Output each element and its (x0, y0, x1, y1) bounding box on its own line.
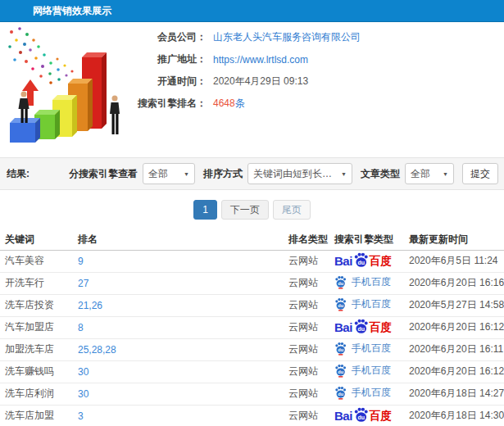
baidu-mobile-logo: du手机百度 (334, 363, 391, 378)
info-row-url: 推广地址： https://www.lrtlsd.com (133, 48, 504, 70)
rank-type-cell: 云网站 (283, 405, 328, 426)
table-header-row: 关键词 排名 排名类型 搜索引擎类型 最新更新时间 (0, 229, 504, 250)
baidu-paw-icon: du (353, 406, 369, 424)
col-header-rank-type: 排名类型 (283, 229, 328, 250)
ranking-count-number: 4648 (213, 97, 235, 109)
col-header-engine-type: 搜索引擎类型 (328, 229, 406, 250)
svg-text:du: du (338, 303, 343, 308)
baidu-paw-icon: du (334, 297, 347, 311)
col-header-updated: 最新更新时间 (406, 229, 504, 250)
rank-cell: 8 (74, 316, 283, 338)
rank-link[interactable]: 30 (78, 388, 89, 400)
rank-type-cell: 云网站 (283, 294, 328, 316)
engine-cell: du手机百度 (328, 272, 406, 294)
table-row: 洗车店投资21,26云网站du手机百度2020年5月27日 14:58 (0, 294, 504, 316)
rank-link[interactable]: 27 (78, 278, 89, 289)
table-row: 洗车店利润30云网站du手机百度2020年6月18日 14:27 (0, 383, 504, 405)
baidu-mobile-label: 手机百度 (352, 343, 391, 353)
rank-link[interactable]: 8 (78, 322, 84, 333)
rank-link[interactable]: 21,26 (78, 300, 102, 311)
table-row: 开洗车行27云网站du手机百度2020年6月20日 16:16 (0, 272, 504, 294)
table-row: 洗车店加盟3云网站Baidu百度2020年6月18日 14:30 (0, 405, 504, 426)
updated-cell: 2020年6月5日 11:24 (406, 250, 504, 272)
growth-chart-graphic (0, 22, 133, 155)
updated-cell: 2020年6月20日 16:16 (406, 272, 504, 294)
keyword-cell: 洗车赚钱吗 (0, 360, 74, 383)
open-time-value: 2020年4月29日 09:13 (213, 75, 308, 88)
rank-link[interactable]: 30 (78, 366, 89, 378)
pagination: 1 下一页 尾页 (0, 190, 504, 229)
confetti-dots (8, 27, 73, 84)
rank-cell: 27 (74, 272, 283, 294)
ranking-count-label: 搜索引擎排名： (133, 97, 207, 111)
chevron-down-icon: ▼ (443, 171, 448, 177)
rank-type-cell: 云网站 (283, 360, 328, 383)
updated-cell: 2020年5月27日 14:58 (406, 294, 504, 316)
results-table: 关键词 排名 排名类型 搜索引擎类型 最新更新时间 汽车美容9云网站Baidu百… (0, 229, 504, 426)
article-type-select[interactable]: 全部 ▼ (405, 163, 454, 184)
baidu-mobile-logo: du手机百度 (334, 341, 391, 356)
col-header-rank: 排名 (74, 229, 283, 250)
rank-type-cell: 云网站 (283, 338, 328, 360)
baidu-mobile-logo: du手机百度 (334, 385, 391, 400)
updated-cell: 2020年6月20日 16:11 (406, 338, 504, 360)
baidu-mobile-label: 手机百度 (352, 387, 391, 397)
baidu-paw-icon: du (334, 341, 347, 356)
rank-type-cell: 云网站 (283, 272, 328, 294)
baidu-logo-bai-text: Bai (334, 410, 352, 422)
info-row-company: 会员公司： 山东老人头汽车服务咨询有限公司 (133, 26, 504, 48)
filter-bar: 结果: 分搜索引擎查看 全部 ▼ 排序方式 关键词由短到长排序 ▼ 文章类型 全… (0, 157, 504, 190)
svg-text:du: du (338, 281, 343, 286)
promo-url-link[interactable]: https://www.lrtlsd.com (213, 54, 308, 66)
submit-button[interactable]: 提交 (462, 163, 498, 184)
page-title: 网络营销效果展示 (33, 5, 111, 16)
svg-text:du: du (338, 369, 343, 374)
promo-url-label: 推广地址： (133, 52, 207, 66)
engine-cell: Baidu百度 (328, 250, 406, 272)
baidu-mobile-logo: du手机百度 (334, 297, 391, 311)
baidu-paw-icon: du (334, 274, 347, 289)
updated-cell: 2020年6月18日 14:27 (406, 383, 504, 405)
baidu-pc-logo: Baidu百度 (334, 318, 392, 338)
rank-type-cell: 云网站 (283, 316, 328, 338)
next-page-button[interactable]: 下一页 (221, 200, 269, 220)
baidu-logo-cn-text: 百度 (370, 256, 392, 267)
chevron-down-icon: ▼ (341, 171, 347, 177)
engine-view-label: 分搜索引擎查看 (69, 167, 138, 181)
updated-cell: 2020年6月18日 14:30 (406, 405, 504, 426)
rank-type-cell: 云网站 (283, 383, 328, 405)
rank-cell: 21,26 (74, 294, 283, 316)
table-row: 加盟洗车店25,28,28云网站du手机百度2020年6月20日 16:11 (0, 338, 504, 360)
keyword-cell: 汽车美容 (0, 250, 74, 272)
sort-select[interactable]: 关键词由短到长排序 ▼ (247, 163, 352, 184)
table-row: 洗车赚钱吗30云网站du手机百度2020年6月20日 16:12 (0, 360, 504, 383)
results-table-body: 汽车美容9云网站Baidu百度2020年6月5日 11:24开洗车行27云网站d… (0, 250, 504, 426)
info-row-ranking-count: 搜索引擎排名： 4648条 (133, 93, 504, 115)
engine-cell: du手机百度 (328, 360, 406, 383)
last-page-button[interactable]: 尾页 (273, 200, 311, 220)
keyword-cell: 加盟洗车店 (0, 338, 74, 360)
rank-cell: 25,28,28 (74, 338, 283, 360)
baidu-paw-icon: du (353, 252, 369, 269)
baidu-paw-icon: du (334, 385, 347, 400)
open-time-label: 开通时间： (133, 75, 207, 88)
table-row: 汽车加盟店8云网站Baidu百度2020年6月20日 16:12 (0, 316, 504, 338)
rank-link[interactable]: 25,28,28 (78, 344, 116, 356)
company-name-link[interactable]: 山东老人头汽车服务咨询有限公司 (213, 30, 361, 44)
keyword-cell: 洗车店利润 (0, 383, 74, 405)
rank-cell: 3 (74, 405, 283, 426)
rank-link[interactable]: 3 (78, 410, 84, 422)
article-type-label: 文章类型 (361, 167, 400, 181)
engine-view-select[interactable]: 全部 ▼ (143, 163, 195, 184)
baidu-mobile-label: 手机百度 (352, 277, 391, 287)
baidu-paw-icon: du (334, 363, 347, 378)
baidu-pc-logo: Baidu百度 (334, 406, 392, 426)
rank-link[interactable]: 9 (78, 256, 84, 267)
updated-cell: 2020年6月20日 16:12 (406, 360, 504, 383)
baidu-logo-cn-text: 百度 (370, 322, 392, 333)
keyword-cell: 洗车店投资 (0, 294, 74, 316)
ranking-count-link[interactable]: 4648条 (213, 97, 245, 111)
page-header: 网络营销效果展示 (0, 0, 504, 22)
page-button-current[interactable]: 1 (193, 200, 217, 220)
svg-text:du: du (338, 347, 343, 352)
